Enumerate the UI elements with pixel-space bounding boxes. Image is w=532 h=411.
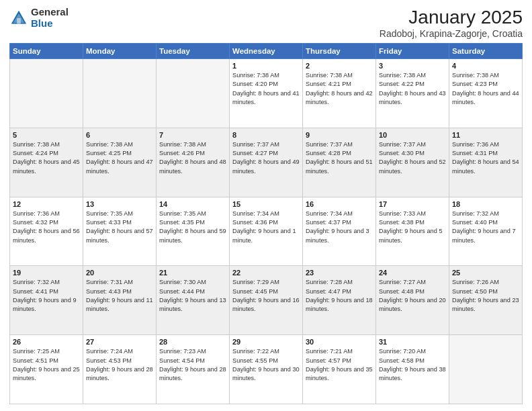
table-row: 26Sunrise: 7:25 AM Sunset: 4:51 PM Dayli… (10, 335, 83, 404)
header-thursday: Thursday (303, 44, 376, 59)
day-info: Sunrise: 7:34 AM Sunset: 4:36 PM Dayligh… (232, 210, 300, 245)
table-row: 22Sunrise: 7:29 AM Sunset: 4:45 PM Dayli… (230, 266, 303, 335)
table-row: 9Sunrise: 7:37 AM Sunset: 4:28 PM Daylig… (303, 128, 376, 197)
table-row (157, 59, 230, 128)
table-row: 30Sunrise: 7:21 AM Sunset: 4:57 PM Dayli… (303, 335, 376, 404)
calendar-week-row: 12Sunrise: 7:36 AM Sunset: 4:32 PM Dayli… (10, 197, 523, 266)
day-number: 20 (86, 269, 153, 277)
calendar-location: Radoboj, Krapina-Zagorje, Croatia (380, 28, 523, 39)
day-number: 16 (306, 200, 373, 208)
table-row: 18Sunrise: 7:32 AM Sunset: 4:40 PM Dayli… (449, 197, 523, 266)
table-row (83, 59, 157, 128)
day-number: 14 (159, 200, 226, 208)
table-row: 21Sunrise: 7:30 AM Sunset: 4:44 PM Dayli… (157, 266, 230, 335)
day-number: 28 (159, 338, 226, 346)
svg-rect-2 (17, 18, 21, 24)
day-number: 3 (379, 62, 446, 70)
day-number: 9 (306, 131, 373, 139)
day-info: Sunrise: 7:35 AM Sunset: 4:33 PM Dayligh… (86, 210, 153, 245)
table-row: 14Sunrise: 7:35 AM Sunset: 4:35 PM Dayli… (157, 197, 230, 266)
header-tuesday: Tuesday (157, 44, 230, 59)
calendar-week-row: 5Sunrise: 7:38 AM Sunset: 4:24 PM Daylig… (10, 128, 523, 197)
day-number: 2 (306, 62, 373, 70)
logo: General Blue (9, 7, 69, 29)
day-info: Sunrise: 7:38 AM Sunset: 4:22 PM Dayligh… (379, 71, 446, 107)
table-row: 16Sunrise: 7:34 AM Sunset: 4:37 PM Dayli… (303, 197, 376, 266)
table-row: 29Sunrise: 7:22 AM Sunset: 4:55 PM Dayli… (230, 335, 303, 404)
table-row: 10Sunrise: 7:37 AM Sunset: 4:30 PM Dayli… (376, 128, 449, 197)
day-info: Sunrise: 7:38 AM Sunset: 4:25 PM Dayligh… (86, 140, 153, 176)
table-row: 20Sunrise: 7:31 AM Sunset: 4:43 PM Dayli… (83, 266, 157, 335)
day-info: Sunrise: 7:24 AM Sunset: 4:53 PM Dayligh… (86, 347, 153, 383)
day-number: 18 (452, 200, 519, 208)
table-row: 24Sunrise: 7:27 AM Sunset: 4:48 PM Dayli… (376, 266, 449, 335)
day-info: Sunrise: 7:25 AM Sunset: 4:51 PM Dayligh… (13, 347, 80, 383)
day-number: 31 (379, 338, 446, 346)
day-number: 15 (232, 200, 300, 208)
calendar-week-row: 1Sunrise: 7:38 AM Sunset: 4:20 PM Daylig… (10, 59, 523, 128)
logo-general-text: General (31, 7, 69, 18)
table-row: 3Sunrise: 7:38 AM Sunset: 4:22 PM Daylig… (376, 59, 449, 128)
day-info: Sunrise: 7:21 AM Sunset: 4:57 PM Dayligh… (306, 347, 373, 383)
day-number: 19 (13, 269, 80, 277)
table-row: 8Sunrise: 7:37 AM Sunset: 4:27 PM Daylig… (230, 128, 303, 197)
day-info: Sunrise: 7:38 AM Sunset: 4:24 PM Dayligh… (13, 140, 80, 176)
day-number: 26 (13, 338, 80, 346)
header: General Blue January 2025 Radoboj, Krapi… (9, 7, 523, 39)
table-row: 1Sunrise: 7:38 AM Sunset: 4:20 PM Daylig… (230, 59, 303, 128)
table-row: 6Sunrise: 7:38 AM Sunset: 4:25 PM Daylig… (83, 128, 157, 197)
day-info: Sunrise: 7:38 AM Sunset: 4:23 PM Dayligh… (452, 71, 519, 107)
table-row (449, 335, 523, 404)
day-info: Sunrise: 7:27 AM Sunset: 4:48 PM Dayligh… (379, 278, 446, 314)
day-number: 22 (232, 269, 300, 277)
day-info: Sunrise: 7:37 AM Sunset: 4:27 PM Dayligh… (232, 140, 300, 176)
day-info: Sunrise: 7:38 AM Sunset: 4:26 PM Dayligh… (159, 140, 226, 176)
table-row: 7Sunrise: 7:38 AM Sunset: 4:26 PM Daylig… (157, 128, 230, 197)
calendar-week-row: 19Sunrise: 7:32 AM Sunset: 4:41 PM Dayli… (10, 266, 523, 335)
day-number: 6 (86, 131, 153, 139)
header-wednesday: Wednesday (230, 44, 303, 59)
day-info: Sunrise: 7:20 AM Sunset: 4:58 PM Dayligh… (379, 347, 446, 383)
title-block: January 2025 Radoboj, Krapina-Zagorje, C… (380, 7, 523, 39)
day-info: Sunrise: 7:37 AM Sunset: 4:30 PM Dayligh… (379, 140, 446, 176)
header-monday: Monday (83, 44, 157, 59)
day-number: 29 (232, 338, 300, 346)
table-row: 25Sunrise: 7:26 AM Sunset: 4:50 PM Dayli… (449, 266, 523, 335)
logo-text: General Blue (31, 7, 69, 29)
table-row: 19Sunrise: 7:32 AM Sunset: 4:41 PM Dayli… (10, 266, 83, 335)
logo-blue-text: Blue (31, 18, 69, 30)
table-row (10, 59, 83, 128)
day-number: 30 (306, 338, 373, 346)
day-info: Sunrise: 7:22 AM Sunset: 4:55 PM Dayligh… (232, 347, 300, 383)
day-number: 21 (159, 269, 226, 277)
calendar-title: January 2025 (380, 7, 523, 28)
day-info: Sunrise: 7:38 AM Sunset: 4:20 PM Dayligh… (232, 71, 300, 107)
table-row: 12Sunrise: 7:36 AM Sunset: 4:32 PM Dayli… (10, 197, 83, 266)
calendar-table: Sunday Monday Tuesday Wednesday Thursday… (9, 43, 523, 404)
day-info: Sunrise: 7:30 AM Sunset: 4:44 PM Dayligh… (159, 278, 226, 314)
day-number: 24 (379, 269, 446, 277)
day-info: Sunrise: 7:31 AM Sunset: 4:43 PM Dayligh… (86, 278, 153, 314)
day-info: Sunrise: 7:38 AM Sunset: 4:21 PM Dayligh… (306, 71, 373, 107)
day-number: 1 (232, 62, 300, 70)
day-info: Sunrise: 7:37 AM Sunset: 4:28 PM Dayligh… (306, 140, 373, 176)
day-number: 7 (159, 131, 226, 139)
table-row: 27Sunrise: 7:24 AM Sunset: 4:53 PM Dayli… (83, 335, 157, 404)
day-number: 8 (232, 131, 300, 139)
day-info: Sunrise: 7:32 AM Sunset: 4:40 PM Dayligh… (452, 210, 519, 245)
table-row: 2Sunrise: 7:38 AM Sunset: 4:21 PM Daylig… (303, 59, 376, 128)
day-info: Sunrise: 7:34 AM Sunset: 4:37 PM Dayligh… (306, 210, 373, 245)
day-number: 27 (86, 338, 153, 346)
day-info: Sunrise: 7:26 AM Sunset: 4:50 PM Dayligh… (452, 278, 519, 314)
table-row: 11Sunrise: 7:36 AM Sunset: 4:31 PM Dayli… (449, 128, 523, 197)
day-number: 25 (452, 269, 519, 277)
day-info: Sunrise: 7:35 AM Sunset: 4:35 PM Dayligh… (159, 210, 226, 245)
day-number: 23 (306, 269, 373, 277)
day-info: Sunrise: 7:28 AM Sunset: 4:47 PM Dayligh… (306, 278, 373, 314)
day-info: Sunrise: 7:36 AM Sunset: 4:31 PM Dayligh… (452, 140, 519, 176)
table-row: 13Sunrise: 7:35 AM Sunset: 4:33 PM Dayli… (83, 197, 157, 266)
header-saturday: Saturday (449, 44, 523, 59)
table-row: 17Sunrise: 7:33 AM Sunset: 4:38 PM Dayli… (376, 197, 449, 266)
day-info: Sunrise: 7:23 AM Sunset: 4:54 PM Dayligh… (159, 347, 226, 383)
table-row: 28Sunrise: 7:23 AM Sunset: 4:54 PM Dayli… (157, 335, 230, 404)
